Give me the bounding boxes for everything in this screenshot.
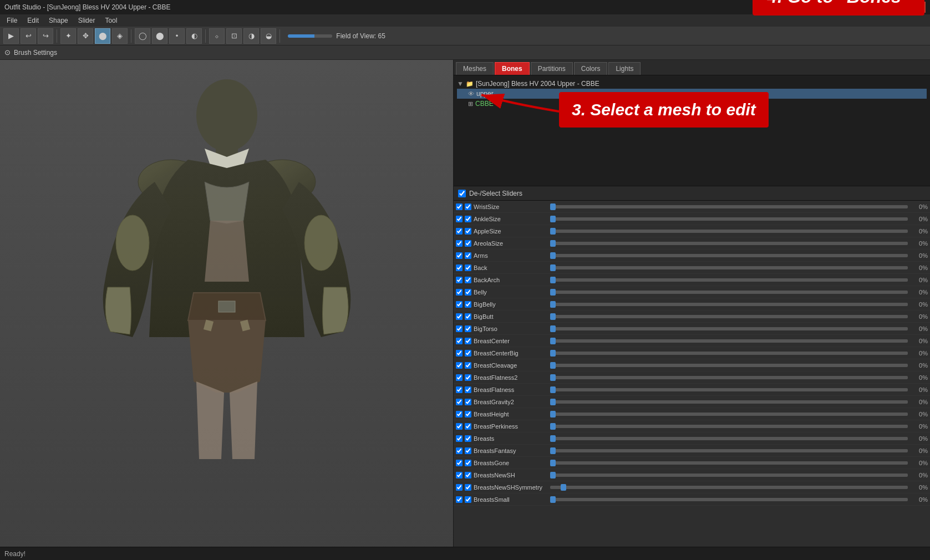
slider-thumb[interactable] (550, 350, 556, 357)
slider-deselect-checkbox[interactable] (456, 252, 463, 259)
slider-row[interactable]: BreastsSmall0% (454, 493, 930, 506)
viewport[interactable] (0, 60, 453, 547)
slider-track[interactable] (550, 425, 908, 428)
slider-active-checkbox[interactable] (465, 423, 471, 430)
slider-row[interactable]: BreastCenter0% (454, 335, 930, 347)
slider-row[interactable]: AppleSize0% (454, 225, 930, 237)
tool-undo[interactable]: ↩ (21, 28, 36, 44)
slider-active-checkbox[interactable] (465, 325, 471, 332)
tool-brush[interactable]: ⬤ (95, 28, 110, 44)
slider-deselect-checkbox[interactable] (456, 423, 463, 430)
slider-deselect-checkbox[interactable] (456, 411, 463, 418)
tool-circle[interactable]: ◯ (135, 28, 150, 44)
slider-row[interactable]: Belly0% (454, 286, 930, 298)
menu-file[interactable]: File (2, 16, 22, 26)
slider-thumb[interactable] (550, 411, 556, 418)
slider-thumb[interactable] (550, 460, 556, 466)
tool-new[interactable]: ▶ (3, 28, 19, 44)
slider-thumb[interactable] (550, 228, 556, 235)
slider-track[interactable] (550, 376, 908, 379)
tab-lights[interactable]: Lights (608, 62, 641, 75)
slider-thumb[interactable] (550, 374, 556, 381)
slider-row[interactable]: BigBelly0% (454, 298, 930, 310)
slider-active-checkbox[interactable] (465, 374, 471, 381)
slider-deselect-checkbox[interactable] (456, 228, 463, 235)
slider-deselect-checkbox[interactable] (456, 435, 463, 442)
slider-track[interactable] (550, 474, 908, 477)
slider-row[interactable]: BreastsFantasy0% (454, 445, 930, 457)
menu-tool[interactable]: Tool (100, 16, 121, 26)
slider-active-checkbox[interactable] (465, 350, 471, 357)
slider-row[interactable]: BreastCenterBig0% (454, 347, 930, 359)
slider-row[interactable]: BreastHeight0% (454, 408, 930, 420)
menu-slider[interactable]: Slider (74, 16, 100, 26)
tool-extra2[interactable]: ◒ (261, 28, 276, 44)
slider-track[interactable] (550, 388, 908, 391)
tool-smooth[interactable]: ⊡ (226, 28, 242, 44)
slider-deselect-checkbox[interactable] (456, 264, 463, 271)
slider-thumb[interactable] (550, 277, 556, 283)
slider-deselect-checkbox[interactable] (456, 399, 463, 405)
slider-active-checkbox[interactable] (465, 289, 471, 296)
slider-row[interactable]: WristSize0% (454, 201, 930, 213)
slider-track[interactable] (550, 400, 908, 404)
slider-thumb[interactable] (550, 252, 556, 259)
tool-xmirror[interactable]: ⬦ (209, 28, 225, 44)
slider-active-checkbox[interactable] (465, 484, 471, 491)
slider-active-checkbox[interactable] (465, 435, 471, 442)
slider-active-checkbox[interactable] (465, 447, 471, 454)
slider-thumb[interactable] (550, 447, 556, 454)
slider-deselect-checkbox[interactable] (456, 203, 463, 210)
slider-track[interactable] (550, 339, 908, 343)
slider-track[interactable] (550, 437, 908, 440)
sliders-list[interactable]: WristSize0%AnkleSize0%AppleSize0%AreolaS… (454, 201, 930, 547)
slider-thumb[interactable] (550, 472, 556, 478)
slider-thumb[interactable] (550, 423, 556, 430)
menu-edit[interactable]: Edit (23, 16, 43, 26)
slider-deselect-checkbox[interactable] (456, 460, 463, 466)
slider-track[interactable] (550, 278, 908, 282)
slider-track[interactable] (550, 486, 908, 489)
slider-thumb[interactable] (550, 264, 556, 271)
tool-dot[interactable]: • (169, 28, 185, 44)
slider-active-checkbox[interactable] (465, 228, 471, 235)
slider-deselect-checkbox[interactable] (456, 350, 463, 357)
slider-row[interactable]: BreastsNewSHSymmetry0% (454, 481, 930, 493)
slider-track[interactable] (550, 254, 908, 257)
slider-row[interactable]: BreastFlatness0% (454, 384, 930, 396)
slider-row[interactable]: Back0% (454, 262, 930, 274)
deselect-all-checkbox[interactable] (458, 190, 466, 197)
slider-row[interactable]: AnkleSize0% (454, 213, 930, 225)
slider-track[interactable] (550, 217, 908, 221)
slider-active-checkbox[interactable] (465, 313, 471, 320)
slider-active-checkbox[interactable] (465, 399, 471, 405)
slider-row[interactable]: Arms0% (454, 250, 930, 262)
slider-track[interactable] (550, 205, 908, 208)
slider-thumb[interactable] (561, 484, 566, 491)
slider-track[interactable] (550, 327, 908, 330)
slider-active-checkbox[interactable] (465, 277, 471, 283)
slider-active-checkbox[interactable] (465, 460, 471, 466)
slider-thumb[interactable] (550, 313, 556, 320)
slider-deselect-checkbox[interactable] (456, 484, 463, 491)
tool-paint[interactable]: ◈ (112, 28, 128, 44)
tool-invert[interactable]: ◐ (186, 28, 202, 44)
slider-track[interactable] (550, 364, 908, 367)
slider-row[interactable]: BreastCleavage0% (454, 359, 930, 371)
slider-thumb[interactable] (550, 289, 556, 296)
slider-active-checkbox[interactable] (465, 264, 471, 271)
slider-row[interactable]: BreastsGone0% (454, 457, 930, 469)
slider-active-checkbox[interactable] (465, 203, 471, 210)
slider-track[interactable] (550, 242, 908, 245)
slider-track[interactable] (550, 413, 908, 416)
slider-thumb[interactable] (550, 435, 556, 442)
tool-redo[interactable]: ↪ (38, 28, 53, 44)
slider-active-checkbox[interactable] (465, 240, 471, 247)
slider-track[interactable] (550, 315, 908, 318)
slider-thumb[interactable] (550, 325, 556, 332)
tool-select[interactable]: ✦ (60, 28, 76, 44)
slider-thumb[interactable] (550, 362, 556, 369)
slider-track[interactable] (550, 352, 908, 355)
slider-active-checkbox[interactable] (465, 472, 471, 478)
slider-row[interactable]: Breasts0% (454, 432, 930, 445)
